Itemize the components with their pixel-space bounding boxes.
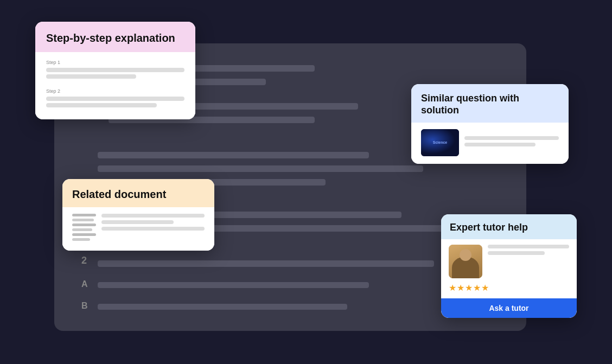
- step2-label: Step 2: [46, 88, 184, 94]
- related-line3: [101, 227, 205, 231]
- bg-line: [98, 304, 347, 310]
- expert-tutor-header: Expert tutor help: [441, 214, 577, 239]
- bg-line: [98, 282, 369, 288]
- related-line1: [101, 214, 205, 218]
- expert-tutor-card: Expert tutor help ★★★★★ Ask a tutor: [441, 214, 577, 318]
- similar-question-card: Similar question with solution Science: [411, 84, 569, 164]
- related-line2: [101, 220, 174, 224]
- related-text-lines: [101, 214, 205, 233]
- related-document-card: Related document: [62, 179, 214, 251]
- step1-line1: [46, 68, 184, 72]
- related-document-header: Related document: [62, 179, 214, 207]
- rating-stars: ★★★★★: [449, 283, 569, 293]
- tutor-info-row: [449, 245, 569, 278]
- ask-tutor-button[interactable]: Ask a tutor: [441, 298, 577, 318]
- related-document-title: Related document: [72, 188, 205, 201]
- option-a-label: A: [81, 279, 88, 289]
- bg-line: [98, 260, 434, 267]
- similar-thumbnail: Science: [421, 129, 459, 156]
- bg-line: [98, 152, 369, 158]
- similar-question-header: Similar question with solution: [411, 84, 569, 123]
- step-by-step-body: Step 1 Step 2: [35, 52, 195, 119]
- step-by-step-header: Step-by-step explanation: [35, 22, 195, 52]
- step-by-step-card: Step-by-step explanation Step 1 Step 2: [35, 22, 195, 119]
- tutor-text-lines: [488, 245, 569, 258]
- similar-line1: [464, 136, 559, 140]
- similar-question-title: Similar question with solution: [421, 93, 559, 116]
- tutor-photo: [449, 245, 482, 278]
- step2-line2: [46, 103, 157, 107]
- bg-line: [98, 165, 423, 172]
- expert-tutor-title: Expert tutor help: [450, 222, 568, 234]
- tutor-line1: [488, 245, 569, 248]
- tutor-line2: [488, 251, 545, 255]
- related-document-body: [62, 207, 214, 251]
- tutor-head: [460, 249, 471, 261]
- document-icon: [72, 214, 96, 243]
- step-by-step-title: Step-by-step explanation: [46, 31, 184, 44]
- similar-line2: [464, 143, 536, 146]
- question-number: 2: [81, 255, 87, 266]
- option-b-label: B: [81, 301, 88, 311]
- step1-label: Step 1: [46, 60, 184, 65]
- similar-thumb-label: Science: [433, 141, 447, 145]
- similar-text-lines: [464, 136, 559, 149]
- similar-question-body: Science: [411, 123, 569, 164]
- expert-tutor-body: ★★★★★: [441, 239, 577, 293]
- step1-line2: [46, 74, 136, 79]
- step2-line1: [46, 97, 184, 101]
